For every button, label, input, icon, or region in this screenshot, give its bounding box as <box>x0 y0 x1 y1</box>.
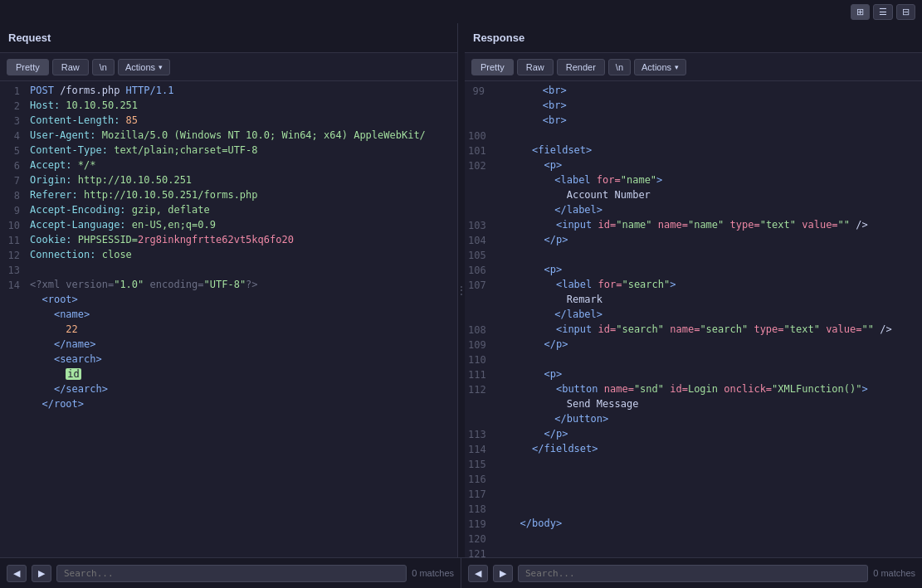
resp-line-105: 105 <box>465 249 922 264</box>
resp-line-99b: <br> <box>465 100 922 114</box>
resp-line-102: 102 <p> <box>465 159 922 174</box>
resp-line-102c: Account Number <box>465 189 922 204</box>
request-line-6: 6 Accept: */* <box>0 159 457 174</box>
response-panel: Response Pretty Raw Render \n Actions 99… <box>465 23 922 557</box>
bottom-panels: ◀ ▶ 0 matches ◀ ▶ 0 matches <box>0 557 922 588</box>
resp-line-121: 121 <box>465 547 922 557</box>
resp-line-112b: Send Message <box>465 398 922 413</box>
resp-line-99c: <br> <box>465 114 922 129</box>
request-line-16: <name> <box>0 309 457 323</box>
request-search-panel: ◀ ▶ 0 matches <box>0 558 461 588</box>
resp-line-102b: <label for="name"> <box>465 174 922 189</box>
request-line-7: 7 Origin: http://10.10.50.251 <box>0 174 457 189</box>
response-tab-actions[interactable]: Actions <box>634 59 686 75</box>
resp-line-108: 108 <input id="search" name="search" typ… <box>465 323 922 338</box>
response-search-prev-btn[interactable]: ◀ <box>468 565 488 582</box>
response-header: Response <box>465 23 922 53</box>
request-line-8: 8 Referer: http://10.10.50.251/forms.php <box>0 189 457 204</box>
response-title: Response <box>473 32 524 44</box>
request-header: Request <box>0 23 457 53</box>
request-line-10: 10 Accept-Language: en-US,en;q=0.9 <box>0 219 457 234</box>
request-line-14: 14 <?xml version="1.0" encoding="UTF-8"?… <box>0 279 457 294</box>
resp-line-107b: Remark <box>465 294 922 309</box>
resp-line-117: 117 <box>465 488 922 503</box>
response-tab-pretty[interactable]: Pretty <box>471 59 514 75</box>
resp-line-102d: </label> <box>465 204 922 219</box>
request-match-count: 0 matches <box>412 568 454 578</box>
request-line-18: </name> <box>0 338 457 353</box>
resp-line-112c: </button> <box>465 413 922 428</box>
request-line-12: 12 Connection: close <box>0 249 457 264</box>
response-code-area[interactable]: 99 <br> <br> <br> 100 101 <fieldset> <box>465 81 922 557</box>
resp-line-116: 116 <box>465 473 922 488</box>
panel-divider[interactable]: ⋮ <box>458 23 465 557</box>
request-tab-bar: Pretty Raw \n Actions <box>0 53 457 81</box>
view-horizontal-btn[interactable]: ☰ <box>873 4 893 20</box>
request-line-21: </search> <box>0 383 457 398</box>
response-tab-bar: Pretty Raw Render \n Actions <box>465 53 922 81</box>
request-line-1: 1 POST /forms.php HTTP/1.1 <box>0 85 457 100</box>
resp-line-103: 103 <input id="name" name="name" type="t… <box>465 219 922 234</box>
resp-line-101: 101 <fieldset> <box>465 144 922 159</box>
request-line-19: <search> <box>0 353 457 368</box>
resp-line-109: 109 </p> <box>465 338 922 353</box>
request-line-2: 2 Host: 10.10.50.251 <box>0 100 457 114</box>
view-single-btn[interactable]: ⊟ <box>896 4 915 20</box>
resp-line-104: 104 </p> <box>465 234 922 249</box>
request-line-9: 9 Accept-Encoding: gzip, deflate <box>0 204 457 219</box>
response-search-panel: ◀ ▶ 0 matches <box>461 558 922 588</box>
request-search-next-btn[interactable]: ▶ <box>32 565 51 582</box>
response-tab-newline[interactable]: \n <box>608 59 631 75</box>
request-search-prev-btn[interactable]: ◀ <box>7 565 27 582</box>
resp-line-118: 118 <box>465 503 922 518</box>
request-line-15: <root> <box>0 294 457 309</box>
resp-line-106: 106 <p> <box>465 264 922 279</box>
resp-line-115: 115 <box>465 458 922 473</box>
response-search-input[interactable] <box>518 565 868 582</box>
request-title: Request <box>8 32 51 44</box>
request-tab-newline[interactable]: \n <box>92 59 115 75</box>
resp-line-99a: 99 <br> <box>465 85 922 100</box>
resp-line-114: 114 </fieldset> <box>465 443 922 458</box>
resp-line-100: 100 <box>465 129 922 144</box>
resp-line-107: 107 <label for="search"> <box>465 279 922 294</box>
request-code-area[interactable]: 1 POST /forms.php HTTP/1.1 2 Host: 10.10… <box>0 81 457 557</box>
resp-line-110: 110 <box>465 353 922 368</box>
response-match-count: 0 matches <box>873 568 915 578</box>
request-line-11: 11 Cookie: PHPSESSID=2rg8inkngfrtte62vt5… <box>0 234 457 249</box>
request-tab-raw[interactable]: Raw <box>52 59 89 75</box>
view-split-btn[interactable]: ⊞ <box>851 4 870 20</box>
request-line-3: 3 Content-Length: 85 <box>0 114 457 129</box>
request-line-17: 22 <box>0 323 457 338</box>
request-line-5: 5 Content-Type: text/plain;charset=UTF-8 <box>0 144 457 159</box>
request-line-20: id <box>0 368 457 383</box>
request-tab-actions[interactable]: Actions <box>118 59 170 75</box>
request-panel: Request Pretty Raw \n Actions 1 POST /fo… <box>0 23 458 557</box>
response-search-next-btn[interactable]: ▶ <box>493 565 513 582</box>
resp-line-107c: </label> <box>465 309 922 323</box>
resp-line-119: 119 </body> <box>465 518 922 532</box>
request-line-4: 4 User-Agent: Mozilla/5.0 (Windows NT 10… <box>0 129 457 144</box>
main-panels: Request Pretty Raw \n Actions 1 POST /fo… <box>0 23 922 557</box>
resp-line-113: 113 </p> <box>465 428 922 443</box>
resp-line-112: 112 <button name="snd" id=Login onclick=… <box>465 383 922 398</box>
response-tab-raw[interactable]: Raw <box>517 59 554 75</box>
request-tab-pretty[interactable]: Pretty <box>7 59 49 75</box>
response-tab-render[interactable]: Render <box>557 59 605 75</box>
resp-line-120: 120 <box>465 532 922 547</box>
top-bar: ⊞ ☰ ⊟ <box>0 0 922 23</box>
resp-line-111: 111 <p> <box>465 368 922 383</box>
request-line-22: </root> <box>0 398 457 413</box>
request-line-13: 13 <box>0 264 457 279</box>
request-search-input[interactable] <box>56 565 407 582</box>
